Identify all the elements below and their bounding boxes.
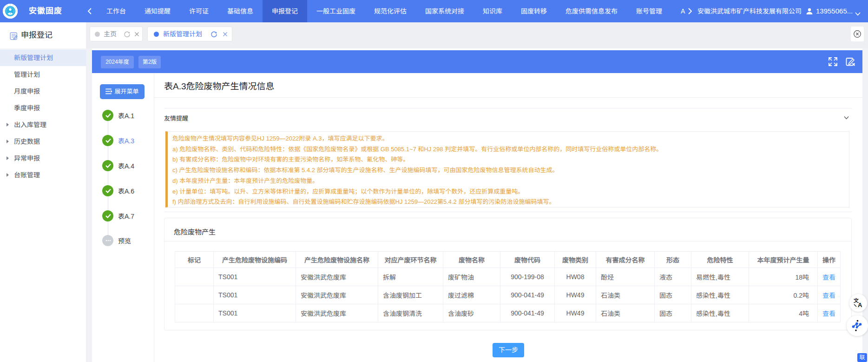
svg-text:A: A [858,302,862,308]
